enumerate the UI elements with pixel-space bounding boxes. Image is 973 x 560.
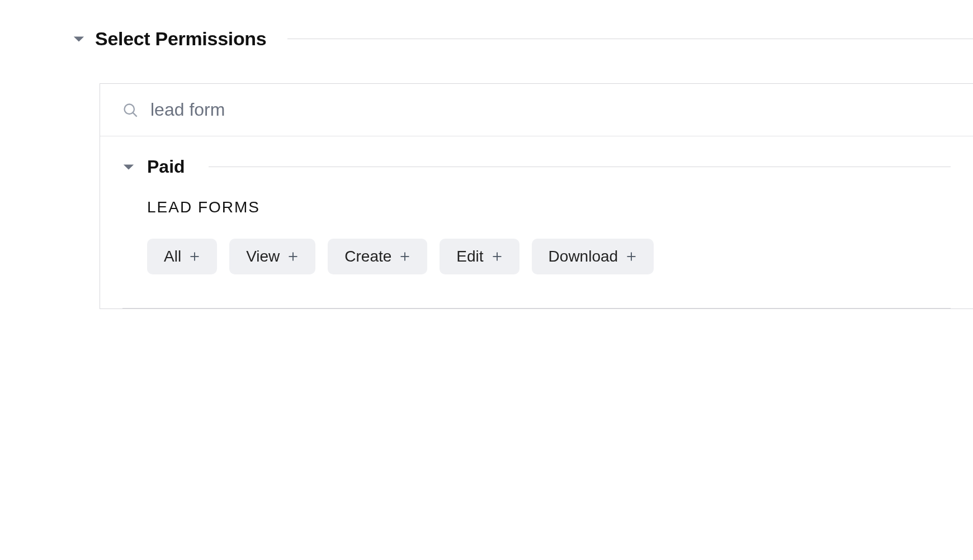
chip-view[interactable]: View [229, 239, 315, 274]
chip-label: Edit [456, 248, 483, 265]
plus-icon [399, 251, 410, 262]
chip-all[interactable]: All [147, 239, 217, 274]
chip-download[interactable]: Download [532, 239, 654, 274]
chip-label: Download [549, 248, 618, 265]
chip-label: Create [344, 248, 391, 265]
chip-label: All [164, 248, 181, 265]
category-block: LEAD FORMS All View [122, 177, 951, 309]
group-divider [209, 167, 951, 167]
search-row [100, 84, 973, 136]
group-header[interactable]: Paid [122, 156, 951, 177]
plus-icon [626, 251, 637, 262]
permissions-panel: Paid LEAD FORMS All View [100, 83, 973, 309]
section-header[interactable]: Select Permissions [73, 28, 973, 50]
plus-icon [287, 251, 299, 262]
category-label: LEAD FORMS [147, 198, 951, 216]
plus-icon [189, 251, 200, 262]
group-container: Paid LEAD FORMS All View [100, 136, 973, 309]
caret-down-icon [73, 35, 85, 43]
group-title: Paid [147, 156, 185, 177]
svg-point-0 [125, 104, 135, 114]
chip-label: View [246, 248, 280, 265]
plus-icon [492, 251, 503, 262]
svg-line-1 [133, 112, 137, 116]
chips-row: All View Create [147, 239, 951, 274]
section-title: Select Permissions [95, 28, 266, 50]
caret-down-icon [122, 163, 135, 171]
search-input[interactable] [150, 99, 951, 120]
search-icon [122, 102, 138, 118]
chip-create[interactable]: Create [328, 239, 427, 274]
chip-edit[interactable]: Edit [440, 239, 519, 274]
section-divider [287, 39, 973, 39]
